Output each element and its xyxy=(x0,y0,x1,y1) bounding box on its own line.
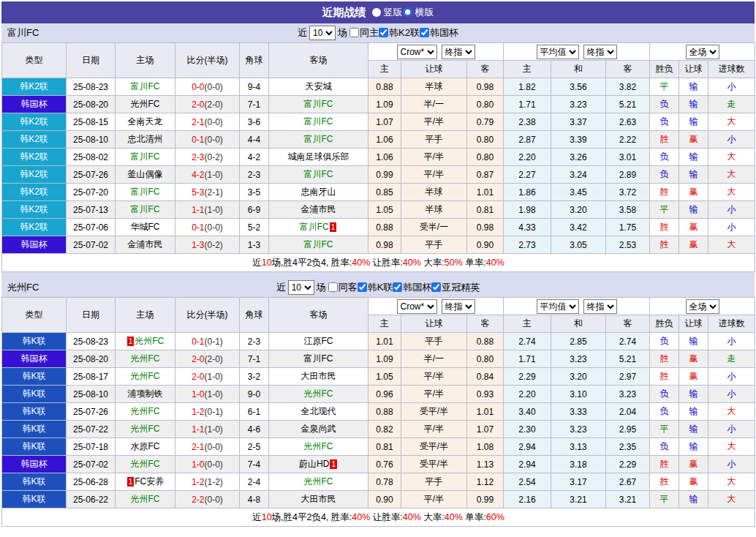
away-team-cell: 富川FC xyxy=(269,96,368,113)
goals-result-cell: 走 xyxy=(708,96,755,113)
home-team-cell: 忠北清州 xyxy=(116,131,175,149)
fulltime-score: 0-1 xyxy=(192,337,204,347)
match-row: 韩K联25-07-26光州FC1-2(0-1)6-1全北现代0.88受平/半1.… xyxy=(2,403,755,421)
checkbox-input[interactable] xyxy=(328,282,338,292)
filter-checkbox-同客[interactable]: 同客 xyxy=(328,281,358,294)
checkbox-input[interactable] xyxy=(349,28,359,37)
handicap-result-cell: 输 xyxy=(679,438,708,456)
column-header-type: 类型 xyxy=(2,43,67,78)
column-header-score: 比分(半场) xyxy=(175,43,240,78)
home-team-name: 富川FC xyxy=(131,151,160,162)
date-cell: 25-06-28 xyxy=(67,473,116,491)
avg-draw-cell: 3.56 xyxy=(551,78,606,96)
away-team-cell: 城南足球俱乐部 xyxy=(269,149,368,166)
team-section-fuchon: 富川FC 近 10 场 同主韩K2联韩国杯 类型 日期 主场 比分(半场) xyxy=(1,23,755,272)
avg-home-cell: 2.94 xyxy=(504,438,551,456)
date-cell: 25-08-02 xyxy=(67,149,116,166)
winloss-result-cell: 胜 xyxy=(650,456,679,473)
checkbox-input[interactable] xyxy=(420,28,429,37)
avg-away-cell: 5.21 xyxy=(606,96,650,113)
date-cell: 25-07-26 xyxy=(67,166,116,184)
goals-result-cell: 大 xyxy=(708,166,755,184)
view-mode-radio-竖版[interactable]: 竖版 xyxy=(372,6,403,19)
league-cell: 韩K联 xyxy=(2,491,67,508)
checkbox-input[interactable] xyxy=(379,28,388,37)
date-cell: 25-07-22 xyxy=(67,421,116,438)
summary-segment: 单率: xyxy=(463,258,486,268)
average-select[interactable]: 平均值 xyxy=(537,45,579,59)
odds-time-select[interactable]: 终指 xyxy=(442,45,475,59)
corners-cell: 9-0 xyxy=(240,386,269,403)
filter-checkbox-韩K联[interactable]: 韩K联 xyxy=(358,281,393,294)
summary-segment: 40% xyxy=(352,512,370,522)
filter-checkboxes: 同主韩K2联韩国杯 xyxy=(349,26,458,40)
corners-cell: 4-4 xyxy=(240,131,269,149)
home-team-cell: 华城FC xyxy=(116,219,175,236)
avg-away-cell: 2.63 xyxy=(606,113,650,131)
avg-away-cell: 3.58 xyxy=(606,201,650,219)
home-team-cell: 全南天龙 xyxy=(116,113,175,131)
winloss-result-cell: 负 xyxy=(650,166,679,184)
odds-time-select[interactable]: 终指 xyxy=(442,299,475,314)
scope-select[interactable]: 全场 xyxy=(686,45,719,59)
date-cell: 25-08-15 xyxy=(67,113,116,131)
page-title: 近期战绩 xyxy=(322,6,366,20)
average-select[interactable]: 平均值 xyxy=(537,299,579,314)
results-table: 类型 日期 主场 比分(半场) 角球 客场 Crow*终指 平均值终指 全场 xyxy=(1,42,755,272)
halftime-score: (1-0) xyxy=(205,372,223,382)
match-row: 韩K2联25-08-15全南天龙2-1(0-0)3-6富川FC1.07平/半0.… xyxy=(2,113,755,131)
filter-checkbox-韩国杯[interactable]: 韩国杯 xyxy=(393,281,431,294)
radio-checked-icon[interactable] xyxy=(403,7,412,17)
home-team-cell: 富川FC xyxy=(116,149,175,166)
games-label: 场 xyxy=(317,281,326,294)
home-team-name: 光州FC xyxy=(131,99,160,109)
winloss-result-cell: 胜 xyxy=(650,473,679,491)
scope-select[interactable]: 全场 xyxy=(686,299,719,314)
away-team-cell: 富川FC xyxy=(269,113,368,131)
filter-checkbox-同主[interactable]: 同主 xyxy=(349,26,379,40)
average-time-select[interactable]: 终指 xyxy=(583,45,617,59)
view-mode-radio-横版[interactable]: 横版 xyxy=(403,6,434,19)
home-odds-cell: 1.09 xyxy=(368,350,401,368)
score-cell: 2-0(2-0) xyxy=(175,350,240,368)
winloss-result-cell: 负 xyxy=(650,149,679,166)
filter-checkbox-亚冠精英[interactable]: 亚冠精英 xyxy=(431,281,480,294)
summary-segment: 40% xyxy=(403,258,421,268)
home-team-name: 富川FC xyxy=(131,187,160,197)
handicap-cell: 平手 xyxy=(401,131,467,149)
fulltime-score: 1-0 xyxy=(192,389,204,399)
fulltime-score: 0-1 xyxy=(192,222,204,233)
match-count-select[interactable]: 10 xyxy=(309,26,336,40)
avg-away-cell: 2.53 xyxy=(606,236,650,254)
away-team-cell: 蔚山HD1 xyxy=(269,456,368,473)
away-team-name: 忠南牙山 xyxy=(301,187,336,197)
match-row: 韩K联25-06-281FC安养1-2(1-2)2-4光州FC0.78平手1.1… xyxy=(2,473,755,491)
avg-draw-cell: 3.13 xyxy=(551,438,606,456)
filter-checkbox-韩国杯[interactable]: 韩国杯 xyxy=(420,26,458,40)
filter-checkbox-韩K2联[interactable]: 韩K2联 xyxy=(379,26,420,40)
team-name: 光州FC xyxy=(7,281,39,294)
league-cell: 韩K联 xyxy=(2,368,67,386)
fulltime-score: 2-3 xyxy=(192,152,204,162)
league-cell: 韩K2联 xyxy=(2,219,67,236)
away-team-name: 富川FC xyxy=(304,353,333,364)
fulltime-score: 2-1 xyxy=(192,117,204,127)
away-team-name: 大田市民 xyxy=(301,371,336,381)
average-time-select[interactable]: 终指 xyxy=(583,299,617,314)
handicap-result-cell: 输 xyxy=(679,149,708,166)
bookmaker-select[interactable]: Crow* xyxy=(397,45,437,59)
checkbox-input[interactable] xyxy=(358,282,367,292)
home-team-cell: 金浦市民 xyxy=(116,236,175,254)
away-team-cell: 江原FC xyxy=(269,333,368,350)
radio-icon[interactable] xyxy=(372,8,381,17)
handicap-result-cell: 赢 xyxy=(679,473,708,491)
checkbox-input[interactable] xyxy=(431,282,441,292)
winloss-result-cell: 平 xyxy=(650,201,679,219)
handicap-result-cell: 输 xyxy=(679,491,708,508)
away-team-cell: 富川FC xyxy=(269,131,368,149)
checkbox-input[interactable] xyxy=(393,282,402,292)
summary-segment: 大率: xyxy=(421,258,445,268)
bookmaker-select[interactable]: Crow* xyxy=(397,299,437,314)
match-count-select[interactable]: 10 xyxy=(288,280,314,295)
sub-header-home-odds: 主 xyxy=(368,315,401,333)
